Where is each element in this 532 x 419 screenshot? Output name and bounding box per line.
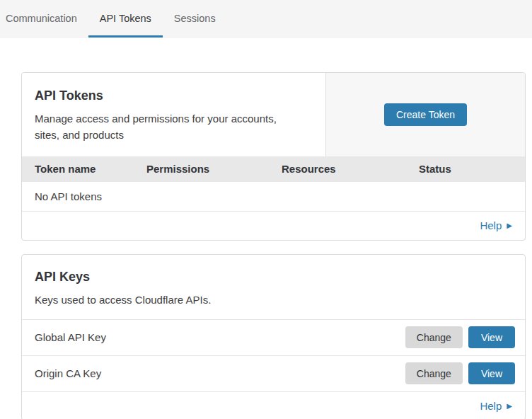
api-key-actions-global: Change View [405,326,515,348]
api-keys-card-footer: Help ▶ [22,391,525,419]
tab-communication[interactable]: Communication [6,0,88,37]
tokens-header-resources: Resources [282,163,419,175]
tab-communication-label: Communication [6,13,77,24]
api-key-actions-origin-ca: Change View [405,362,515,384]
api-tokens-card-footer: Help ▶ [22,212,525,240]
api-keys-card: API Keys Keys used to access Cloudflare … [21,254,526,419]
api-tokens-card: API Tokens Manage access and permissions… [21,72,526,241]
tab-bar: Communication API Tokens Sessions [0,0,532,38]
api-tokens-help-link[interactable]: Help ▶ [480,219,512,231]
api-keys-description: Keys used to access Cloudflare APIs. [35,292,300,308]
api-tokens-description: Manage access and permissions for your a… [35,110,300,144]
api-tokens-help-label: Help [480,219,502,231]
api-key-row-origin-ca: Origin CA Key Change View [22,355,525,391]
tab-api-tokens[interactable]: API Tokens [88,0,163,37]
api-tokens-card-header-text: API Tokens Manage access and permissions… [22,73,325,156]
api-tokens-title: API Tokens [35,88,313,103]
api-tokens-card-header: API Tokens Manage access and permissions… [22,73,525,156]
tokens-header-token-name: Token name [22,163,146,175]
api-key-row-global: Global API Key Change View [22,319,525,355]
api-keys-help-link[interactable]: Help ▶ [480,400,512,412]
help-arrow-icon: ▶ [507,222,512,229]
tokens-header-permissions: Permissions [146,163,282,175]
tab-sessions-label: Sessions [174,13,216,24]
create-token-button[interactable]: Create Token [384,103,467,126]
api-keys-help-label: Help [480,400,502,412]
change-origin-ca-key-button[interactable]: Change [405,362,463,384]
help-arrow-icon: ▶ [507,402,512,410]
api-key-name-global: Global API Key [35,331,405,343]
tokens-header-status: Status [419,163,525,175]
tokens-empty-message: No API tokens [35,190,102,202]
api-tokens-card-header-action: Create Token [325,73,525,156]
view-origin-ca-key-button[interactable]: View [468,362,515,384]
api-keys-card-header: API Keys Keys used to access Cloudflare … [22,255,525,319]
api-keys-title: API Keys [35,270,512,285]
tab-api-tokens-label: API Tokens [100,13,151,24]
tokens-empty-row: No API tokens [22,182,525,212]
view-global-api-key-button[interactable]: View [468,326,515,348]
change-global-api-key-button[interactable]: Change [405,326,463,348]
api-key-name-origin-ca: Origin CA Key [35,367,405,379]
tokens-table-header-row: Token name Permissions Resources Status [22,156,525,182]
tab-sessions[interactable]: Sessions [163,0,227,37]
